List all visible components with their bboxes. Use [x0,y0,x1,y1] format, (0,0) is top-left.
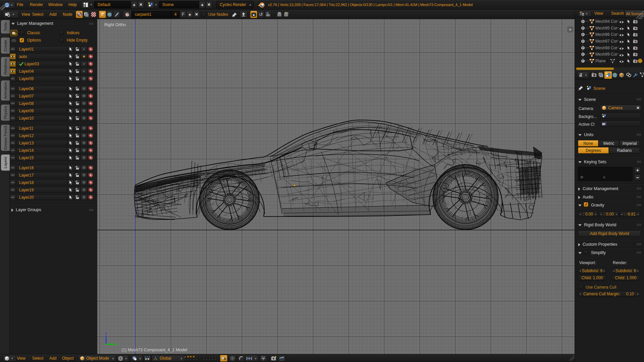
svg-text:y: y [115,342,117,347]
svg-text:z: z [105,331,107,336]
